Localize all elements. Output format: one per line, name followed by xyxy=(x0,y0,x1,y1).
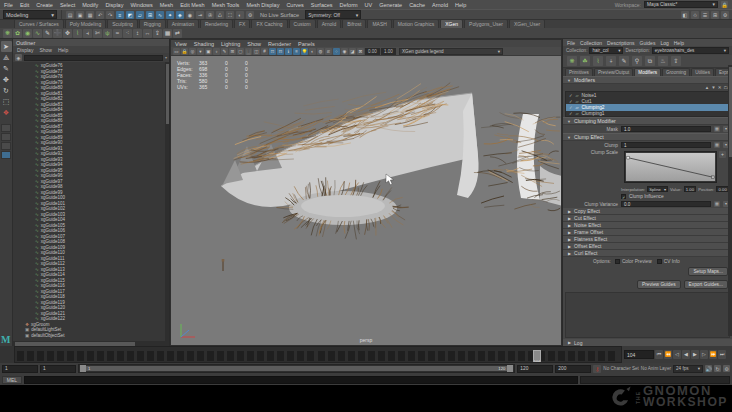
viewport-menu-renderer[interactable]: Renderer xyxy=(268,41,291,47)
paint-select-tool[interactable]: ✎ xyxy=(1,63,12,74)
clump-variance-map-icon[interactable]: ▦ xyxy=(714,201,720,207)
shelf-tab-sculpting[interactable]: Sculpting xyxy=(107,20,138,28)
multisample-icon[interactable]: ⁘ xyxy=(333,48,340,55)
bookmark-icon[interactable]: ▾ xyxy=(197,48,204,55)
shelf-tab-arnold[interactable]: Arnold xyxy=(317,20,341,28)
render-settings-icon[interactable]: ⚙ xyxy=(246,11,254,19)
grid-toggle-icon[interactable]: ⊞ xyxy=(711,11,719,19)
exposure-field[interactable]: 0.00 xyxy=(365,48,380,55)
menu-mesh-tools[interactable]: Mesh Tools xyxy=(212,2,240,8)
step-forward-frame-button[interactable]: ▷ xyxy=(700,350,708,359)
preferences-icon[interactable]: ⚙ xyxy=(723,365,730,372)
xgen-convert-icon[interactable]: ⇄ xyxy=(173,29,182,38)
xgen-tab-primitives[interactable]: Primitives xyxy=(565,68,593,76)
interpolation-select[interactable]: Spline ▾ xyxy=(647,186,668,192)
viewport-menu-shading[interactable]: Shading xyxy=(194,41,214,47)
xgen-menu-descriptions[interactable]: Descriptions xyxy=(607,40,635,46)
xray-icon[interactable]: ⊠ xyxy=(357,48,364,55)
shelf-tab-rigging[interactable]: Rigging xyxy=(139,20,166,28)
clump-scale-ramp[interactable] xyxy=(624,151,717,183)
xgen-guides-icon[interactable]: ∿ xyxy=(33,29,42,38)
layout-four-pane-button[interactable] xyxy=(1,133,11,141)
shelf-tab-polygons-user[interactable]: Polygons_User xyxy=(464,20,508,28)
preview-guides-button[interactable]: Preview Guides xyxy=(637,280,681,289)
value-field[interactable]: 1.00 xyxy=(684,186,697,192)
xgen-guide-tool-icon[interactable]: ⌇ xyxy=(593,56,603,66)
description-select[interactable]: eyebrowshairs_des ▾ xyxy=(652,47,729,54)
menu-deform[interactable]: Deform xyxy=(340,2,358,8)
xgen-width-icon[interactable]: ↔ xyxy=(143,29,152,38)
settings-icon[interactable]: ⚙ xyxy=(721,11,729,19)
section-header-frame-offset[interactable]: ▶Frame Offset xyxy=(563,229,732,236)
playback-speed-select[interactable]: 24 fps ▾ xyxy=(673,365,703,373)
snap-to-curve-icon[interactable]: ∿ xyxy=(156,11,164,19)
xgen-new-description-icon[interactable]: ❋ xyxy=(567,56,577,66)
shelf-tab-xgen-user[interactable]: XGen_User xyxy=(509,20,545,28)
star-icon[interactable]: ✩ xyxy=(691,11,699,19)
xgen-tab-preview-output[interactable]: Preview/Output xyxy=(594,68,633,76)
shelf-tab-motion-graphics[interactable]: Motion Graphics xyxy=(393,20,439,28)
xgen-add-guide-icon[interactable]: ➕ xyxy=(53,29,62,38)
snap-to-grid-icon[interactable]: ⊞ xyxy=(146,11,154,19)
filter-icon[interactable]: ◈ xyxy=(15,54,22,61)
xgen-menu-file[interactable]: File xyxy=(567,40,575,46)
xgen-density-icon[interactable]: ⁖ xyxy=(123,29,132,38)
highlight-selection-icon[interactable]: ◧ xyxy=(681,11,689,19)
history-icon[interactable]: ✇ xyxy=(206,11,214,19)
shelf-tab-xgen[interactable]: XGen xyxy=(440,20,463,28)
move-up-icon[interactable]: ▲ xyxy=(705,85,709,90)
clump-scale-ramp-widget[interactable]: + xyxy=(621,150,729,184)
xgen-add-guide-icon[interactable]: ⍭ xyxy=(606,56,616,66)
menu-display[interactable]: Display xyxy=(105,2,123,8)
log-section-header[interactable]: ▶ Log xyxy=(563,339,732,346)
film-gate-icon[interactable]: ▢ xyxy=(237,48,244,55)
shelf-tab-mash[interactable]: MASH xyxy=(367,20,391,28)
modifiers-section-header[interactable]: ▼ Modifiers xyxy=(563,76,732,84)
outliner-menu-help[interactable]: Help xyxy=(58,47,68,53)
clump-influence-checkbox[interactable]: ✓ xyxy=(621,194,626,199)
workspace-select[interactable]: Maya Classic* ▾ xyxy=(644,1,718,8)
gate-mask-icon[interactable]: ◫ xyxy=(253,48,260,55)
shelf-tab-fx-caching[interactable]: FX Caching xyxy=(251,20,287,28)
viewport-menu-panels[interactable]: Panels xyxy=(298,41,315,47)
step-back-frame-button[interactable]: ◁ xyxy=(673,350,681,359)
playback-end-field[interactable]: 120 xyxy=(517,365,553,373)
ao-icon[interactable]: ◍ xyxy=(317,48,324,55)
xgen-bake-icon[interactable]: ♨ xyxy=(658,56,668,66)
modifier-enabled-checkbox[interactable]: ✓ xyxy=(569,93,573,98)
clump-effect-header[interactable]: ▼ Clump Effect xyxy=(563,133,732,141)
step-forward-key-button[interactable]: ⏩ xyxy=(709,350,717,359)
safe-action-icon[interactable]: ⊡ xyxy=(269,48,276,55)
xgen-noise-icon[interactable]: ≈ xyxy=(113,29,122,38)
modifier-enabled-checkbox[interactable]: ✓ xyxy=(569,105,573,110)
xgen-menu-help[interactable]: Help xyxy=(674,40,684,46)
mask-map-icon[interactable]: ▦ xyxy=(714,126,720,132)
viewport-menu-show[interactable]: Show xyxy=(247,41,261,47)
clump-field[interactable]: 1 xyxy=(621,142,711,148)
open-scene-icon[interactable]: ▣ xyxy=(76,11,84,19)
xgen-tab-grooming[interactable]: Grooming xyxy=(662,68,690,76)
outliner-menu-show[interactable]: Show xyxy=(39,47,52,53)
anim-layer-label[interactable]: No Anim Layer xyxy=(641,366,671,371)
section-header-cut-effect[interactable]: ▶Cut Effect xyxy=(563,215,732,222)
section-header-copy-effect[interactable]: ▶Copy Effect xyxy=(563,208,732,215)
current-frame-marker[interactable]: 104 xyxy=(533,350,541,362)
shelf-tab-fx[interactable]: FX xyxy=(234,20,250,28)
mute-audio-icon[interactable]: 🔊 xyxy=(705,365,712,372)
collection-select[interactable]: hair_col ▾ xyxy=(589,47,623,54)
xgen-groom-icon[interactable]: ⌇ xyxy=(73,29,82,38)
step-back-key-button[interactable]: ⏪ xyxy=(664,350,672,359)
select-by-component-icon[interactable]: ▱ xyxy=(136,11,144,19)
menu-windows[interactable]: Windows xyxy=(130,2,152,8)
layout-custom-button[interactable] xyxy=(1,151,11,159)
xgen-duplicate-icon[interactable]: ⧉ xyxy=(645,56,655,66)
perspective-viewport[interactable]: ViewShadingLightingShowRendererPanels ▭🔒… xyxy=(170,39,562,346)
clumping-modifier-header[interactable]: ▼ Clumping Modifier xyxy=(563,117,732,125)
move-down-icon[interactable]: ▼ xyxy=(711,85,715,90)
dof-icon[interactable]: ◉ xyxy=(341,48,348,55)
xgen-add-collection-icon[interactable]: ✿ xyxy=(13,29,22,38)
viewport-menu-view[interactable]: View xyxy=(175,41,187,47)
modifier-enabled-checkbox[interactable]: ✓ xyxy=(569,99,573,104)
menu-create[interactable]: Create xyxy=(36,2,53,8)
menu-generate[interactable]: Generate xyxy=(379,2,402,8)
